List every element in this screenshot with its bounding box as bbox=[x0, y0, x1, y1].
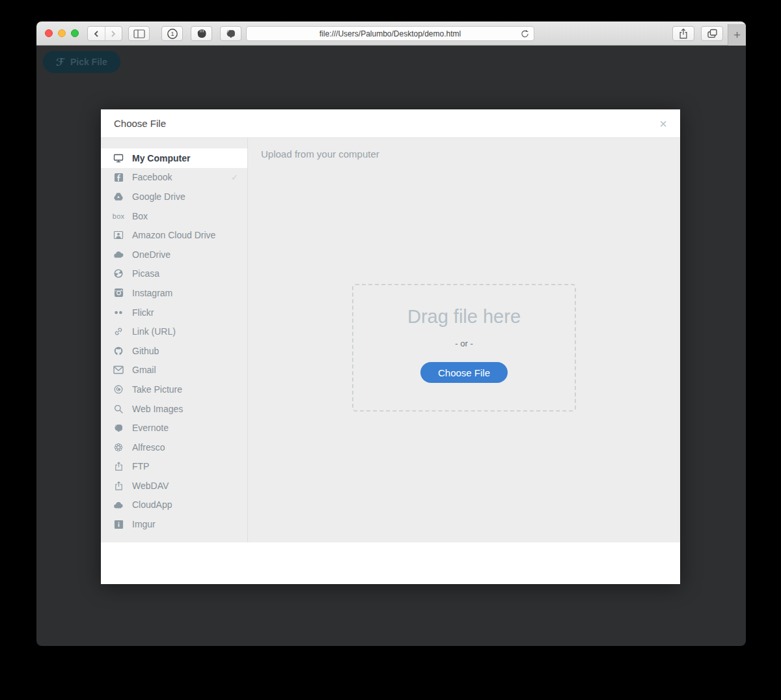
hand-extension-icon bbox=[196, 28, 208, 40]
sidebar-item-box[interactable]: box Box bbox=[101, 206, 247, 226]
minimize-window-button[interactable] bbox=[58, 29, 66, 37]
github-octocat-icon bbox=[113, 346, 124, 356]
traffic-lights bbox=[45, 29, 79, 37]
google-drive-icon bbox=[113, 191, 124, 202]
sidebar-item-facebook[interactable]: Facebook ✓ bbox=[101, 168, 247, 188]
tab-overview-button[interactable] bbox=[701, 26, 723, 41]
dialog-header: Choose File × bbox=[101, 109, 680, 138]
upload-panel-title: Upload from your computer bbox=[261, 148, 379, 160]
sidebar-item-github[interactable]: Github bbox=[101, 341, 247, 361]
picasa-shutter-icon bbox=[113, 268, 124, 279]
tab-overview-icon bbox=[707, 28, 718, 39]
monitor-icon bbox=[113, 153, 124, 163]
cloud-filled-icon bbox=[113, 499, 124, 510]
zoom-window-button[interactable] bbox=[71, 29, 79, 37]
imgur-icon bbox=[113, 519, 124, 529]
reload-button[interactable] bbox=[521, 29, 529, 41]
close-icon[interactable]: × bbox=[659, 117, 667, 130]
onepassword-icon: 1 bbox=[167, 28, 178, 40]
choose-file-dialog: Choose File × My Computer Facebook ✓ bbox=[101, 109, 680, 584]
forward-button[interactable] bbox=[105, 27, 122, 40]
sidebar-item-take-picture[interactable]: Take Picture bbox=[101, 380, 247, 399]
forward-icon bbox=[110, 30, 116, 38]
source-sidebar: My Computer Facebook ✓ Google Drive box bbox=[101, 138, 248, 542]
hand-extension-button[interactable] bbox=[191, 26, 212, 41]
dialog-footer bbox=[101, 542, 680, 584]
sidebar-item-cloudapp[interactable]: CloudApp bbox=[101, 496, 247, 515]
sidebar-item-google-drive[interactable]: Google Drive bbox=[101, 187, 247, 206]
sidebar-item-alfresco[interactable]: Alfresco bbox=[101, 438, 247, 457]
pick-file-button[interactable]: ℱ Pick File bbox=[43, 51, 120, 73]
url-text: file:///Users/Palumbo/Desktop/demo.html bbox=[320, 29, 461, 38]
alfresco-flower-icon bbox=[113, 442, 124, 453]
gmail-envelope-icon bbox=[113, 365, 124, 375]
sidebar-item-picasa[interactable]: Picasa bbox=[101, 264, 247, 284]
upload-box-icon bbox=[113, 481, 124, 491]
dialog-title: Choose File bbox=[114, 118, 166, 129]
sidebar-item-onedrive[interactable]: OneDrive bbox=[101, 245, 247, 264]
page-content: ℱ Pick File Choose File × My Computer bbox=[36, 46, 746, 646]
camera-lens-icon bbox=[113, 384, 124, 395]
onepassword-extension-button[interactable]: 1 bbox=[161, 26, 183, 41]
sidebar-item-evernote[interactable]: Evernote bbox=[101, 418, 247, 438]
flickr-dots-icon bbox=[113, 307, 124, 318]
file-dropzone[interactable]: Drag file here - or - Choose File bbox=[352, 284, 576, 412]
dialog-body: My Computer Facebook ✓ Google Drive box bbox=[101, 138, 680, 542]
evernote-elephant-icon bbox=[113, 423, 124, 433]
sidebar-item-gmail[interactable]: Gmail bbox=[101, 361, 247, 380]
choose-file-button[interactable]: Choose File bbox=[420, 362, 508, 383]
instagram-camera-icon bbox=[113, 288, 124, 298]
sidebar-item-amazon-cloud-drive[interactable]: Amazon Cloud Drive bbox=[101, 225, 247, 245]
pick-file-label: Pick File bbox=[70, 57, 107, 67]
browser-window: 1 file:///Users/Palumbo/Desktop/demo.htm… bbox=[36, 21, 746, 646]
reload-icon bbox=[521, 29, 529, 38]
sidebar-item-flickr[interactable]: Flickr bbox=[101, 303, 247, 322]
nav-buttons bbox=[87, 26, 122, 41]
check-icon: ✓ bbox=[231, 173, 238, 182]
back-button[interactable] bbox=[88, 27, 105, 40]
evernote-extension-button[interactable] bbox=[220, 26, 241, 41]
facebook-icon bbox=[113, 172, 124, 182]
sidebar-toggle-button[interactable] bbox=[128, 26, 150, 41]
address-bar[interactable]: file:///Users/Palumbo/Desktop/demo.html bbox=[246, 26, 534, 41]
svg-text:1: 1 bbox=[171, 31, 174, 37]
sidebar-item-instagram[interactable]: Instagram bbox=[101, 283, 247, 303]
close-window-button[interactable] bbox=[45, 29, 53, 37]
sidebar-toggle-icon bbox=[133, 29, 145, 38]
new-tab-icon: + bbox=[733, 28, 741, 42]
upload-box-icon bbox=[113, 461, 124, 471]
or-label: - or - bbox=[455, 339, 473, 348]
amazon-cloud-drive-icon bbox=[113, 230, 124, 240]
sidebar-item-webdav[interactable]: WebDAV bbox=[101, 476, 247, 496]
filepicker-logo-icon: ℱ bbox=[56, 56, 64, 68]
upload-panel: Upload from your computer Drag file here… bbox=[248, 138, 680, 542]
share-icon bbox=[678, 27, 689, 40]
box-logo-icon: box bbox=[113, 211, 124, 221]
search-icon bbox=[113, 404, 124, 414]
back-icon bbox=[93, 30, 100, 38]
share-button[interactable] bbox=[672, 26, 694, 41]
drag-file-label: Drag file here bbox=[407, 306, 521, 328]
link-icon bbox=[113, 326, 124, 337]
sidebar-item-ftp[interactable]: FTP bbox=[101, 457, 247, 477]
sidebar-item-imgur[interactable]: Imgur bbox=[101, 514, 247, 534]
evernote-extension-icon bbox=[225, 28, 236, 39]
onedrive-cloud-icon bbox=[113, 249, 124, 260]
sidebar-item-link-url[interactable]: Link (URL) bbox=[101, 322, 247, 341]
new-tab-button[interactable]: + bbox=[728, 24, 746, 46]
browser-toolbar: 1 file:///Users/Palumbo/Desktop/demo.htm… bbox=[36, 21, 746, 46]
sidebar-item-my-computer[interactable]: My Computer bbox=[101, 148, 247, 168]
sidebar-item-web-images[interactable]: Web Images bbox=[101, 399, 247, 419]
